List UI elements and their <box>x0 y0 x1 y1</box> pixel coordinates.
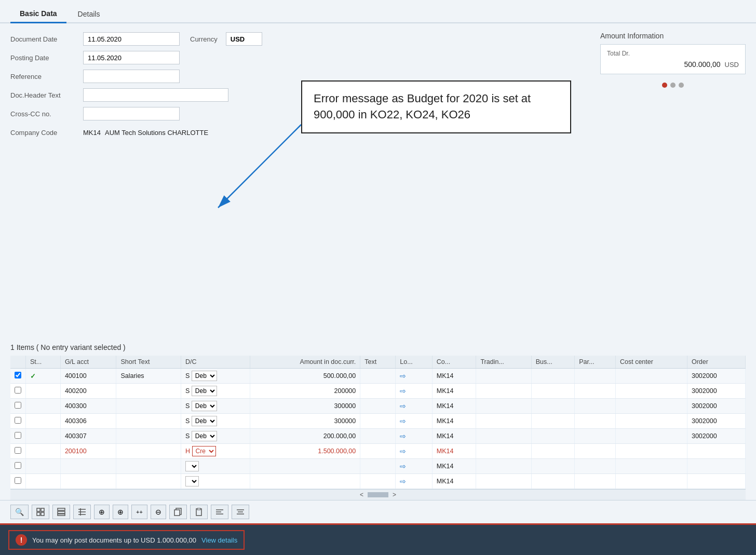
dot-3[interactable] <box>679 83 684 88</box>
currency-input[interactable] <box>226 32 262 46</box>
row-lo-icon[interactable]: ⇨ <box>396 399 432 414</box>
row-lo-icon[interactable]: ⇨ <box>396 429 432 444</box>
row-order: 3002000 <box>687 384 745 399</box>
view-details-link[interactable]: View details <box>201 536 237 544</box>
row-lo-icon[interactable]: ⇨ <box>396 369 432 384</box>
remove-button[interactable]: ⊖ <box>151 505 166 519</box>
lo-icon[interactable]: ⇨ <box>400 387 406 395</box>
document-date-input[interactable] <box>83 32 180 46</box>
svg-rect-16 <box>197 508 200 510</box>
add-plus-button[interactable]: ⊕ <box>113 505 128 519</box>
row-checkbox[interactable] <box>10 444 26 459</box>
lo-icon[interactable]: ⇨ <box>400 372 406 380</box>
row-trading <box>476 414 531 429</box>
row-cost-center[interactable] <box>615 369 687 384</box>
row-dc[interactable]: S Deb <box>181 429 250 444</box>
scroll-right[interactable]: > <box>393 491 396 498</box>
cross-cc-input[interactable] <box>83 107 180 120</box>
reference-label: Reference <box>10 73 83 80</box>
row-dc[interactable]: S Deb <box>181 399 250 414</box>
row-checkbox[interactable] <box>10 459 26 474</box>
tab-basic-data[interactable]: Basic Data <box>10 5 66 23</box>
table-body: ✓400100SalariesS Deb500.000,00⇨MK1430020… <box>10 369 746 489</box>
dc-select[interactable] <box>185 461 199 471</box>
dc-type: S <box>185 417 190 425</box>
row-par <box>575 369 616 384</box>
dc-select[interactable]: Deb <box>192 371 217 381</box>
row-short-text <box>116 444 181 459</box>
row-order: 3002000 <box>687 399 745 414</box>
row-cost-center[interactable] <box>615 384 687 399</box>
amount-panel: Amount Information Total Dr. 500.000,00 … <box>600 32 746 339</box>
grid2-button[interactable] <box>52 505 70 519</box>
scroll-indicator <box>368 492 388 497</box>
row-cost-center[interactable] <box>615 414 687 429</box>
row-dc[interactable] <box>181 474 250 489</box>
row-cost-center[interactable] <box>615 399 687 414</box>
row-co: MK14 <box>432 459 476 474</box>
dc-select[interactable] <box>185 476 199 486</box>
dot-1[interactable] <box>662 83 667 88</box>
row-cost-center[interactable] <box>615 444 687 459</box>
doc-header-text-input[interactable] <box>83 88 228 102</box>
table-row: 400300S Deb300000⇨MK143002000 <box>10 399 746 414</box>
lo-icon[interactable]: ⇨ <box>400 462 406 470</box>
posting-date-input[interactable] <box>83 51 180 64</box>
row-dc[interactable]: S Deb <box>181 369 250 384</box>
grid1-button[interactable] <box>32 505 49 519</box>
row-checkbox[interactable] <box>10 429 26 444</box>
dc-select[interactable]: Cre <box>192 446 216 456</box>
row-checkbox[interactable] <box>10 384 26 399</box>
row-dc[interactable]: S Deb <box>181 384 250 399</box>
dot-2[interactable] <box>670 83 676 88</box>
tab-details[interactable]: Details <box>69 6 110 22</box>
row-lo-icon[interactable]: ⇨ <box>396 459 432 474</box>
row-checkbox[interactable] <box>10 369 26 384</box>
row-lo-icon[interactable]: ⇨ <box>396 414 432 429</box>
row-checkbox[interactable] <box>10 414 26 429</box>
lo-icon[interactable]: ⇨ <box>400 402 406 410</box>
copy-button[interactable] <box>169 505 187 519</box>
lo-icon[interactable]: ⇨ <box>400 477 406 485</box>
posting-date-label: Posting Date <box>10 54 83 62</box>
table-wrapper[interactable]: St... G/L acct Short Text D/C Amount in … <box>10 356 746 500</box>
align-left-button[interactable] <box>211 505 228 519</box>
dc-select[interactable]: Deb <box>192 431 217 441</box>
lo-icon[interactable]: ⇨ <box>400 417 406 425</box>
row-cost-center[interactable] <box>615 474 687 489</box>
dc-type: H <box>185 448 190 455</box>
row-dc[interactable]: S Deb <box>181 414 250 429</box>
align-center-button[interactable] <box>232 505 249 519</box>
dc-select[interactable]: Deb <box>192 401 217 411</box>
row-co: MK14 <box>432 414 476 429</box>
dc-type: S <box>185 372 190 380</box>
svg-rect-2 <box>37 508 40 511</box>
dc-select[interactable]: Deb <box>192 386 217 396</box>
row-lo-icon[interactable]: ⇨ <box>396 444 432 459</box>
row-cost-center[interactable] <box>615 459 687 474</box>
row-text <box>360 444 396 459</box>
row-checkbox[interactable] <box>10 399 26 414</box>
row-bus <box>531 429 574 444</box>
row-lo-icon[interactable]: ⇨ <box>396 474 432 489</box>
row-lo-icon[interactable]: ⇨ <box>396 384 432 399</box>
zoom-button[interactable]: 🔍 <box>10 505 29 519</box>
pagination-dots <box>600 83 746 88</box>
lo-icon[interactable]: ⇨ <box>400 447 406 455</box>
row-checkbox[interactable] <box>10 474 26 489</box>
col-amount: Amount in doc.curr. <box>250 356 360 369</box>
lo-icon[interactable]: ⇨ <box>400 432 406 440</box>
row-dc[interactable]: H Cre <box>181 444 250 459</box>
row-dc[interactable] <box>181 459 250 474</box>
add-button[interactable]: ⊕ <box>94 505 110 519</box>
row-cost-center[interactable] <box>615 429 687 444</box>
reference-input[interactable] <box>83 70 180 83</box>
col-co: Co... <box>432 356 476 369</box>
add-plus-plus-button[interactable]: ++ <box>131 505 147 519</box>
row-trading <box>476 474 531 489</box>
dc-select[interactable]: Deb <box>192 416 217 426</box>
scroll-nav[interactable]: < > <box>10 489 746 500</box>
paste-button[interactable] <box>190 505 208 519</box>
scroll-left[interactable]: < <box>360 491 363 498</box>
grid3-button[interactable] <box>73 505 91 519</box>
